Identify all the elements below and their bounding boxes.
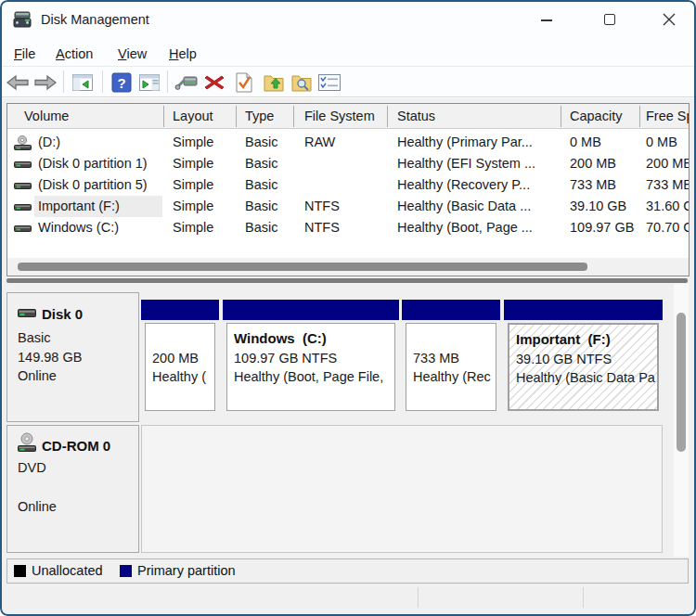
column-separator[interactable] (163, 106, 164, 127)
disk-drive-icon (14, 157, 32, 175)
table-row[interactable]: (D:) Simple Basic RAW Healthy (Primary P… (7, 132, 690, 153)
maximize-button[interactable] (596, 7, 624, 32)
column-separator[interactable] (561, 106, 561, 127)
partition-color-bar (504, 300, 663, 320)
disk0-panel[interactable]: Disk 0 Basic 149.98 GB Online (6, 292, 139, 422)
cell-capacity: 200 MB (570, 156, 616, 171)
partition-name: Windows (C:) (234, 330, 327, 346)
cell-status: Healthy (EFI System ... (397, 156, 535, 171)
disk-status: Online (18, 368, 57, 383)
partition-color-bar (141, 300, 219, 320)
horizontal-scrollbar-thumb[interactable] (18, 263, 587, 271)
table-row[interactable]: Windows (C:) Simple Basic NTFS Healthy (… (7, 217, 690, 238)
back-button[interactable] (6, 71, 30, 95)
cell-capacity: 733 MB (570, 177, 616, 192)
cell-file-system: NTFS (304, 220, 340, 235)
menu-action[interactable]: Action (56, 46, 93, 67)
cell-free-space: 70.70 GB (646, 220, 690, 235)
statusbar (2, 584, 694, 610)
explore-folder-button[interactable] (290, 71, 314, 95)
partition-status: Healthy (Basic Data Pa (516, 370, 655, 385)
disk-type: DVD (18, 460, 46, 475)
cdrom-media-region[interactable] (141, 425, 663, 553)
mark-active-button[interactable] (232, 71, 256, 95)
cell-capacity: 0 MB (570, 135, 601, 149)
cell-type: Basic (245, 177, 277, 192)
table-row[interactable]: (Disk 0 partition 5) Simple Basic Health… (7, 174, 690, 196)
svg-text:?: ? (117, 75, 125, 91)
partition-windows-c[interactable]: Windows (C:) 109.97 GB NTFS Healthy (Boo… (226, 323, 395, 411)
table-row-selected[interactable]: Important (F:) Simple Basic NTFS Healthy… (7, 196, 690, 217)
column-separator[interactable] (236, 106, 237, 127)
column-header-volume[interactable]: Volume (24, 109, 69, 123)
disk-management-window: Disk Management File Action View Help (0, 0, 696, 616)
cell-capacity: 109.97 GB (570, 220, 634, 235)
help-button[interactable]: ? (110, 71, 134, 95)
cell-status: Healthy (Boot, Page ... (397, 220, 533, 235)
partition-efi[interactable]: 200 MB Healthy ( (145, 323, 215, 411)
delete-volume-button[interactable] (202, 71, 226, 95)
partition-recovery[interactable]: 733 MB Healthy (Rec (406, 323, 496, 411)
partition-size: 200 MB (152, 351, 199, 366)
titlebar[interactable]: Disk Management (0, 0, 696, 41)
cell-free-space: 31.60 GB (646, 199, 690, 213)
menu-help[interactable]: Help (169, 46, 197, 67)
partition-size: 39.10 GB NTFS (516, 352, 612, 366)
show-action-pane-button[interactable] (137, 71, 161, 95)
disk-icon (18, 306, 36, 323)
cell-status: Healthy (Primary Par... (397, 135, 533, 149)
column-header-status[interactable]: Status (397, 109, 435, 123)
cdrom-panel[interactable]: CD-ROM 0 DVD Online (6, 425, 139, 553)
vertical-scrollbar-thumb[interactable] (677, 313, 686, 452)
menu-file[interactable]: File (14, 46, 35, 67)
disk-drive-icon (14, 199, 32, 218)
cell-capacity: 39.10 GB (570, 199, 626, 213)
horizontal-scrollbar[interactable] (7, 258, 690, 276)
column-header-layout[interactable]: Layout (173, 109, 213, 123)
cell-status: Healthy (Recovery P... (397, 177, 530, 192)
column-separator[interactable] (387, 106, 388, 127)
menu-view[interactable]: View (118, 46, 147, 67)
cd-drive-icon (14, 135, 32, 154)
show-console-tree-button[interactable] (71, 71, 95, 95)
device-properties-button[interactable] (174, 71, 199, 95)
disk-status: Online (18, 499, 57, 514)
column-header-free-space[interactable]: Free Space (646, 109, 690, 123)
toolbar-separator (102, 71, 103, 93)
column-separator[interactable] (293, 106, 294, 127)
properties-list-button[interactable] (317, 71, 342, 95)
vertical-scrollbar[interactable] (674, 284, 689, 557)
cell-file-system: NTFS (304, 199, 340, 213)
cell-free-space: 733 MB (646, 177, 690, 192)
column-header-capacity[interactable]: Capacity (570, 109, 622, 123)
cdrom-icon (18, 432, 38, 456)
column-header-file-system[interactable]: File System (304, 109, 375, 123)
app-icon (13, 11, 33, 32)
partition-status: Healthy (Rec (413, 369, 491, 384)
minimize-button[interactable] (533, 7, 561, 32)
partition-color-bar (223, 300, 399, 320)
disk-name: Disk 0 (42, 306, 83, 322)
column-header-type[interactable]: Type (245, 109, 274, 123)
cell-type: Basic (245, 156, 277, 171)
primary-partition-swatch (120, 565, 132, 577)
table-row[interactable]: (Disk 0 partition 1) Simple Basic Health… (7, 153, 690, 174)
cell-layout: Simple (173, 177, 213, 192)
cell-file-system: RAW (304, 135, 335, 149)
forward-button[interactable] (33, 71, 58, 95)
pane-splitter[interactable] (6, 278, 688, 283)
close-button[interactable] (655, 7, 683, 32)
open-folder-button[interactable] (262, 71, 286, 95)
statusbar-separator (583, 587, 584, 608)
statusbar-separator (418, 587, 419, 608)
partition-important-f[interactable]: Important (F:) 39.10 GB NTFS Healthy (Ba… (508, 323, 659, 411)
column-separator[interactable] (639, 106, 640, 127)
partition-size: 109.97 GB NTFS (234, 351, 337, 366)
disk-type: Basic (18, 330, 50, 345)
unallocated-swatch (14, 565, 26, 577)
partition-status: Healthy (Boot, Page File, (234, 369, 383, 384)
toolbar-separator (167, 71, 168, 93)
window-chrome: Disk Management File Action View Help (0, 0, 696, 98)
volume-name: (Disk 0 partition 5) (38, 177, 148, 192)
legend-bar: Unallocated Primary partition (6, 558, 689, 584)
